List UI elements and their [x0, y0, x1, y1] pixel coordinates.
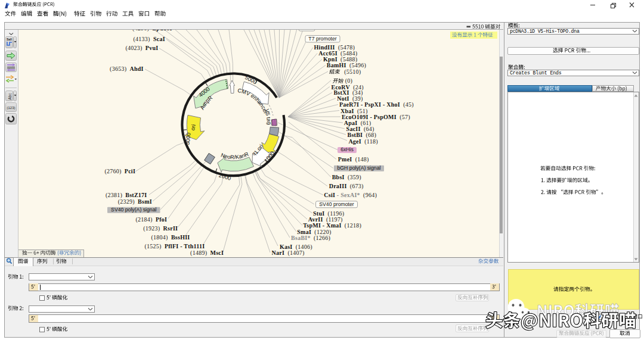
- svg-text:PmeI (148): PmeI (148): [338, 157, 369, 164]
- svg-text:(123): (123): [7, 106, 15, 110]
- svg-text:(2329) BsmI: (2329) BsmI: [118, 198, 152, 205]
- svg-text:(1489) MscI: (1489) MscI: [190, 249, 224, 257]
- svg-text:DraIII (673): DraIII (673): [329, 183, 364, 191]
- svg-text:bGH poly(A) signal: bGH poly(A) signal: [338, 166, 381, 171]
- svg-text:(2760) PciI: (2760) PciI: [104, 169, 135, 176]
- svg-text:BbsI (359): BbsI (359): [332, 174, 361, 182]
- svg-text:2000: 2000: [218, 173, 232, 182]
- svg-text:(4023) PvuI: (4023) PvuI: [125, 45, 158, 52]
- svg-text:NarI (1407): NarI (1407): [272, 249, 305, 257]
- svg-text:SV40 poly(A) signal: SV40 poly(A) signal: [111, 207, 156, 213]
- svg-text:3000: 3000: [184, 133, 191, 146]
- svg-text:T7 promoter: T7 promoter: [308, 36, 336, 42]
- svg-text:(4133) ScaI: (4133) ScaI: [134, 36, 165, 43]
- svg-text:(1804) BssHII: (1804) BssHII: [151, 234, 190, 241]
- svg-text:(4290) Bpu10I: (4290) Bpu10I: [132, 30, 172, 32]
- svg-text:(1923) RsrII: (1923) RsrII: [143, 225, 178, 232]
- svg-text:BsaBI* (1266): BsaBI* (1266): [291, 235, 330, 242]
- svg-text:AgeI (118): AgeI (118): [348, 138, 377, 145]
- svg-text:CsiI - SexAI* (964): CsiI - SexAI* (964): [324, 192, 377, 199]
- svg-text:SV40 promoter: SV40 promoter: [319, 202, 354, 208]
- svg-text:(5510): (5510): [341, 68, 361, 76]
- svg-text:6xHis: 6xHis: [340, 147, 354, 153]
- svg-text:Abc: Abc: [8, 92, 12, 99]
- svg-text:(3653) AhdI: (3653) AhdI: [110, 66, 144, 73]
- svg-text:V5 tag: V5 tag: [264, 109, 273, 126]
- svg-text:(2184) PfoI: (2184) PfoI: [136, 216, 168, 223]
- svg-text:ori: ori: [190, 124, 197, 131]
- svg-text:SalI: SalI: [7, 38, 13, 41]
